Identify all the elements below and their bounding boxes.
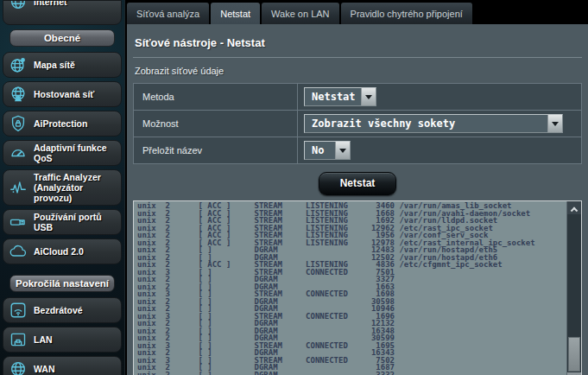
main-area: Síťová analýzaNetstatWake on LANPravidlo… bbox=[125, 0, 588, 375]
sidebar-item-traffic-analyzer[interactable]: Traffic Analyzer (Analyzátor provozu) bbox=[3, 169, 122, 206]
chevron-up-icon bbox=[571, 207, 578, 213]
sidebar-section-header: Pokročilá nastavení bbox=[9, 275, 115, 292]
sidebar-item-label: AiCloud 2.0 bbox=[34, 246, 84, 257]
netstat-submit-button[interactable]: Netstat bbox=[319, 172, 397, 195]
page-title: Síťové nástroje - Netstat bbox=[133, 24, 582, 58]
sidebar-item-network-map[interactable]: Mapa sítě bbox=[3, 52, 122, 78]
sidebar-section-header: Obecné bbox=[9, 29, 115, 47]
usb-icon bbox=[8, 212, 28, 232]
sidebar-item-lan-port[interactable]: LAN bbox=[3, 327, 122, 353]
sidebar-item-label: AiProtection bbox=[34, 118, 87, 129]
internet-icon bbox=[8, 0, 28, 12]
tab-bar: Síťová analýzaNetstatWake on LANPravidlo… bbox=[125, 0, 588, 24]
sidebar: Internet ObecnéMapa sítěHostovaná síťAiP… bbox=[0, 0, 125, 375]
guest-network-icon bbox=[8, 84, 28, 105]
cloud-icon bbox=[8, 241, 28, 262]
network-map-icon bbox=[8, 54, 28, 75]
sidebar-item-usb[interactable]: Používání portů USB bbox=[3, 209, 122, 235]
qos-gauge-icon bbox=[8, 143, 28, 163]
output-scrollbar-track[interactable] bbox=[566, 201, 581, 375]
chevron-down-icon bbox=[571, 372, 578, 375]
wan-globe-icon bbox=[8, 359, 28, 375]
field-label: Možnost bbox=[134, 111, 298, 137]
sidebar-item-label: Bezdrátové bbox=[34, 305, 83, 315]
lan-port-icon bbox=[8, 329, 28, 350]
selected-value: No bbox=[305, 142, 331, 159]
translate-name-select[interactable]: No bbox=[304, 141, 351, 160]
sidebar-item-qos-gauge[interactable]: Adaptivní funkce QoS bbox=[3, 140, 122, 166]
selected-value: Netstat bbox=[305, 88, 361, 105]
content-panel: Síťové nástroje - Netstat Zobrazit síťov… bbox=[127, 24, 588, 375]
sidebar-item-label: Internet bbox=[34, 0, 67, 7]
sidebar-item-cloud[interactable]: AiCloud 2.0 bbox=[3, 238, 122, 264]
section-label: Zobrazit síťové údaje bbox=[135, 66, 582, 76]
sidebar-item-label: WAN bbox=[34, 364, 55, 374]
netstat-output-box[interactable]: unix 2 [ ACC ] STREAM LISTENING 3460 /va… bbox=[133, 200, 582, 375]
dropdown-arrow-icon bbox=[335, 142, 350, 159]
sidebar-item-label: Adaptivní funkce QoS bbox=[34, 143, 117, 163]
sidebar-item-label: Mapa sítě bbox=[34, 60, 75, 70]
sidebar-item-guest-network[interactable]: Hostovaná síť bbox=[3, 81, 122, 107]
router-admin-window: Internet ObecnéMapa sítěHostovaná síťAiP… bbox=[0, 0, 588, 375]
form-row: MetodaNetstat bbox=[134, 84, 582, 111]
sidebar-item-wireless[interactable]: Bezdrátové bbox=[3, 297, 122, 323]
tab-netstat[interactable]: Netstat bbox=[211, 3, 260, 24]
sidebar-item-wan-globe[interactable]: WAN bbox=[3, 356, 122, 375]
sidebar-item-label: Traffic Analyzer (Analyzátor provozu) bbox=[34, 172, 117, 203]
traffic-analyzer-icon bbox=[8, 177, 28, 198]
sidebar-item-label: Používání portů USB bbox=[34, 212, 117, 232]
scrollbar-thumb[interactable] bbox=[568, 337, 580, 372]
netstat-output-text: unix 2 [ ACC ] STREAM LISTENING 3460 /va… bbox=[134, 201, 566, 375]
method-select[interactable]: Netstat bbox=[304, 87, 376, 106]
sidebar-item-label: LAN bbox=[34, 334, 53, 345]
form-row: MožnostZobrazit všechny sokety bbox=[134, 111, 582, 137]
shield-lock-icon bbox=[8, 113, 28, 134]
selected-value: Zobrazit všechny sokety bbox=[305, 115, 462, 132]
wireless-icon bbox=[8, 300, 28, 321]
option-select[interactable]: Zobrazit všechny sokety bbox=[304, 114, 563, 133]
scroll-up-button[interactable] bbox=[567, 201, 581, 214]
sidebar-item-internet[interactable]: Internet bbox=[3, 0, 122, 25]
sidebar-item-shield-lock[interactable]: AiProtection bbox=[3, 111, 122, 137]
dropdown-arrow-icon bbox=[361, 88, 376, 105]
sidebar-item-label: Hostovaná síť bbox=[34, 89, 94, 99]
settings-table: MetodaNetstatMožnostZobrazit všechny sok… bbox=[133, 83, 582, 164]
tab-pravidlo-chytr-ho-p-ipojen-[interactable]: Pravidlo chytrého připojení bbox=[341, 3, 472, 24]
field-label: Přeložit název bbox=[134, 137, 298, 164]
tab-wake-on-lan[interactable]: Wake on LAN bbox=[262, 3, 338, 24]
form-row: Přeložit názevNo bbox=[134, 137, 582, 164]
field-label: Metoda bbox=[134, 84, 298, 111]
tab-s-ov-anal-za[interactable]: Síťová analýza bbox=[127, 3, 209, 24]
dropdown-arrow-icon bbox=[547, 115, 562, 132]
